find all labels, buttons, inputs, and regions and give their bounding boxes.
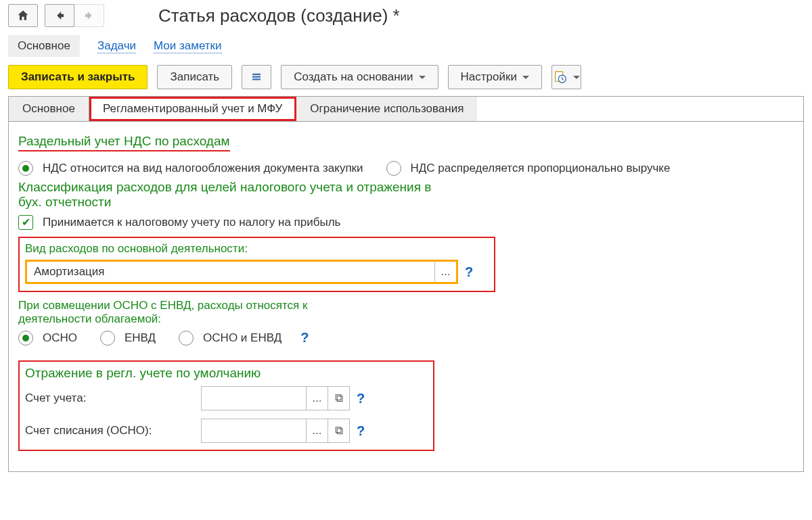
combine-title: При совмещении ОСНО с ЕНВД, расходы отно…	[18, 299, 370, 326]
expense-kind-value: Амортизация	[27, 265, 434, 279]
arrow-left-icon	[53, 9, 66, 22]
section-title-class: Классификация расходов для целей налогов…	[18, 180, 451, 210]
expense-kind-label: Вид расходов по основной деятельности:	[25, 242, 489, 256]
radio-envd-label[interactable]: ЕНВД	[125, 331, 156, 345]
writeoff-help[interactable]: ?	[357, 423, 377, 439]
radio-both-label[interactable]: ОСНО и ЕНВД	[203, 331, 281, 345]
expense-kind-input[interactable]: Амортизация ...	[25, 260, 458, 284]
writeoff-label: Счет списания (ОСНО):	[25, 424, 194, 438]
radio-vat-doc-label[interactable]: НДС относится на вид налогообложения док…	[43, 162, 363, 175]
account-input[interactable]: ... ⧉	[201, 386, 350, 410]
section-link-notes[interactable]: Мои заметки	[154, 39, 222, 53]
account-picker[interactable]: ...	[306, 387, 328, 410]
radio-vat-rev-label[interactable]: НДС распределяется пропорционально выруч…	[411, 162, 671, 175]
page-title: Статья расходов (создание) *	[158, 5, 400, 26]
expense-kind-help[interactable]: ?	[465, 264, 473, 280]
tab-main[interactable]: Основное	[9, 97, 89, 121]
back-button[interactable]	[45, 4, 74, 27]
document-clock-icon	[553, 70, 568, 85]
radio-both[interactable]	[179, 331, 194, 346]
section-title-vat: Раздельный учет НДС по расходам	[18, 134, 230, 151]
writeoff-input[interactable]: ... ⧉	[201, 419, 350, 443]
checkbox-tax[interactable]	[18, 215, 33, 230]
tab-restrictions[interactable]: Ограничение использования	[296, 97, 477, 121]
save-and-close-button[interactable]: Записать и закрыть	[8, 65, 148, 89]
section-link-main[interactable]: Основное	[8, 35, 80, 57]
history-button[interactable]	[551, 65, 581, 89]
radio-envd[interactable]	[100, 331, 115, 346]
checkbox-tax-label[interactable]: Принимается к налоговому учету по налогу…	[43, 216, 340, 229]
save-button[interactable]: Записать	[157, 65, 232, 89]
list-icon	[250, 71, 263, 83]
home-button[interactable]	[8, 4, 38, 27]
expense-kind-picker[interactable]: ...	[434, 262, 456, 282]
writeoff-open[interactable]: ⧉	[328, 419, 349, 442]
home-icon	[16, 9, 30, 22]
forward-button	[74, 4, 104, 27]
radio-osno-label[interactable]: ОСНО	[43, 331, 77, 345]
section-link-tasks[interactable]: Задачи	[97, 39, 136, 53]
settings-button[interactable]: Настройки	[448, 65, 542, 89]
tab-reg-accounting[interactable]: Регламентированный учет и МФУ	[89, 97, 296, 121]
list-button[interactable]	[242, 65, 271, 89]
account-help[interactable]: ?	[357, 391, 377, 406]
create-based-on-button[interactable]: Создать на основании	[281, 65, 438, 89]
account-open[interactable]: ⧉	[328, 387, 349, 410]
accounts-title: Отражение в регл. учете по умолчанию	[25, 366, 428, 381]
combine-help[interactable]: ?	[300, 330, 309, 346]
radio-osno[interactable]	[18, 331, 33, 346]
radio-vat-doc[interactable]	[18, 161, 33, 176]
arrow-right-icon	[83, 9, 95, 22]
account-label: Счет учета:	[25, 392, 194, 405]
radio-vat-rev[interactable]	[386, 161, 401, 176]
writeoff-picker[interactable]: ...	[306, 419, 328, 442]
